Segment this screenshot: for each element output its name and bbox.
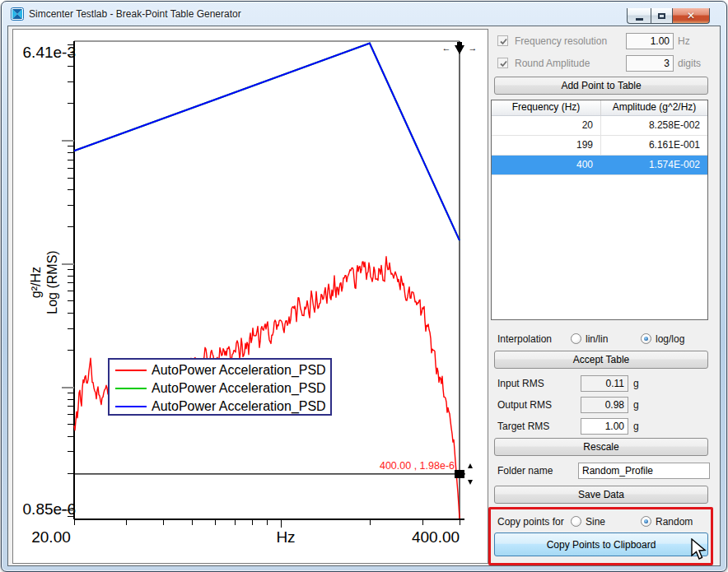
profile-chart-panel[interactable]: 6.41e-30.85e-620.00Hz400.00g²/HzLog (RMS… [12,29,488,564]
interpolation-loglog-label[interactable]: log/log [656,333,684,345]
output-rms-field: 0.98 [581,397,628,413]
x-axis-label: Hz [276,528,295,546]
frequency-column-header[interactable]: Frequency (Hz) [492,100,601,115]
frequency-cell[interactable]: 199 [492,136,601,155]
amplitude-column-header[interactable]: Amplitude (g^2/Hz) [601,100,707,115]
table-row[interactable]: 1996.161E-001 [492,136,707,156]
cursor-annotation: 400.00 , 1.98e-6 [380,460,455,472]
copy-points-to-clipboard-button[interactable]: Copy Points to Clipboard [494,532,708,556]
y-min-label: 0.85e-6 [23,500,76,518]
frequency-cell[interactable]: 20 [492,116,601,135]
amplitude-cell[interactable]: 8.258E-002 [601,116,707,135]
series-line-0 [74,44,460,241]
interpolation-linlin-radio[interactable] [571,333,581,344]
table-header: Frequency (Hz) Amplitude (g^2/Hz) [492,100,707,116]
round-amplitude-checkbox[interactable] [497,58,508,68]
series-line-1 [74,44,460,241]
simcenter-logo-icon [11,7,24,21]
horizontal-cursor-handle[interactable] [455,470,464,478]
check-icon [498,58,509,69]
copy-points-for-label: Copy points for [497,516,564,528]
client-area: 6.41e-30.85e-620.00Hz400.00g²/HzLog (RMS… [7,26,721,566]
amplitude-cell[interactable]: 1.574E-002 [601,156,707,174]
window-title: Simcenter Testlab - Break-Point Table Ge… [29,8,241,20]
interpolation-label: Interpolation [497,333,552,345]
interpolation-loglog-radio[interactable] [641,333,651,344]
legend-label-0: AutoPower Acceleration_PSD [152,363,326,378]
screen: Simcenter Testlab - Break-Point Table Ge… [0,0,728,572]
y-axis-unit-label: g²/Hz [29,267,43,298]
round-amplitude-input[interactable]: 3 [626,55,674,72]
y-max-label: 6.41e-3 [23,44,76,61]
frequency-resolution-input[interactable]: 1.00 [626,33,674,49]
frequency-resolution-checkbox[interactable] [497,35,508,46]
input-rms-unit: g [633,378,639,389]
round-amplitude-label: Round Amplitude [515,58,590,69]
round-amplitude-unit: digits [678,58,701,69]
folder-name-input[interactable]: Random_Profile [578,463,710,479]
target-rms-input[interactable]: 1.00 [581,418,628,435]
accept-table-button[interactable]: Accept Table [494,351,708,369]
table-row[interactable]: 208.258E-002 [492,116,707,136]
maximize-icon [658,13,665,19]
frequency-resolution-label: Frequency resolution [515,35,607,47]
title-bar[interactable]: Simcenter Testlab - Break-Point Table Ge… [2,2,726,26]
y-axis-scale-label: Log (RMS) [45,250,59,314]
add-point-button[interactable]: Add Point to Table [494,77,708,95]
target-rms-unit: g [633,421,639,432]
maximize-button[interactable] [651,8,673,24]
minimize-icon [636,18,643,21]
legend-label-2: AutoPower Acceleration_PSD [152,399,326,414]
control-panel: Frequency resolution 1.00 Hz Round Ampli… [488,26,720,565]
minimize-button[interactable] [627,8,651,24]
folder-name-label: Folder name [497,465,553,477]
profile-chart[interactable]: 6.41e-30.85e-620.00Hz400.00g²/HzLog (RMS… [13,30,488,565]
close-button[interactable]: ✕ [673,8,710,24]
check-icon [498,36,509,47]
output-rms-unit: g [633,399,639,411]
copy-random-radio[interactable] [641,516,651,527]
app-window: Simcenter Testlab - Break-Point Table Ge… [1,1,727,572]
input-rms-field: 0.11 [581,375,628,392]
copy-sine-label[interactable]: Sine [586,516,605,528]
cursor-left-arrow: ← [442,43,451,53]
x-max-label: 400.00 [412,528,460,546]
legend: AutoPower Acceleration_PSDAutoPower Acce… [109,359,331,415]
target-rms-label: Target RMS [497,421,549,432]
rescale-button[interactable]: Rescale [494,438,708,456]
x-min-label: 20.00 [31,528,71,546]
interpolation-linlin-label[interactable]: lin/lin [586,333,608,345]
copy-random-label[interactable]: Random [656,516,693,528]
frequency-resolution-unit: Hz [678,35,690,47]
frequency-cell[interactable]: 400 [492,156,601,174]
close-icon: ✕ [687,11,695,21]
cursor-right-arrow: → [469,43,478,53]
input-rms-label: Input RMS [497,378,544,389]
save-data-button[interactable]: Save Data [494,486,708,504]
amplitude-cell[interactable]: 6.161E-001 [601,136,707,155]
copy-sine-radio[interactable] [571,516,581,527]
breakpoint-table[interactable]: Frequency (Hz) Amplitude (g^2/Hz) 208.25… [491,100,708,320]
output-rms-label: Output RMS [497,399,552,411]
table-row[interactable]: 4001.574E-002 [492,156,707,175]
table-body: 208.258E-0021996.161E-0014001.574E-002 [492,116,707,175]
legend-label-1: AutoPower Acceleration_PSD [152,381,326,396]
